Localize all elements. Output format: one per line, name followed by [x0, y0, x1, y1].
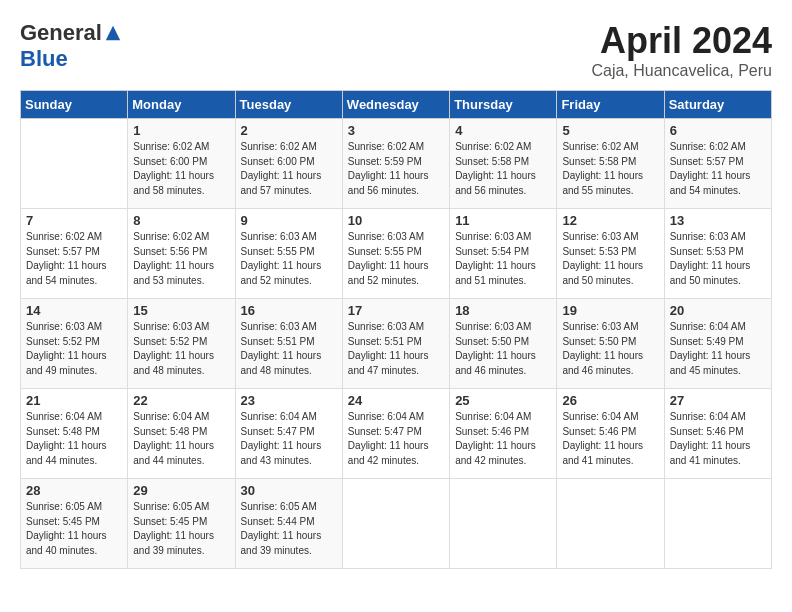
day-info: Sunrise: 6:04 AMSunset: 5:46 PMDaylight:…	[562, 410, 658, 468]
day-info: Sunrise: 6:02 AMSunset: 6:00 PMDaylight:…	[241, 140, 337, 198]
sunset-text: Sunset: 5:53 PM	[562, 246, 636, 257]
location-text: Caja, Huancavelica, Peru	[591, 62, 772, 80]
day-info: Sunrise: 6:03 AMSunset: 5:50 PMDaylight:…	[562, 320, 658, 378]
calendar-cell: 6Sunrise: 6:02 AMSunset: 5:57 PMDaylight…	[664, 119, 771, 209]
daylight-text: Daylight: 11 hours and 41 minutes.	[670, 440, 751, 466]
daylight-text: Daylight: 11 hours and 50 minutes.	[670, 260, 751, 286]
calendar-cell: 14Sunrise: 6:03 AMSunset: 5:52 PMDayligh…	[21, 299, 128, 389]
sunset-text: Sunset: 6:00 PM	[133, 156, 207, 167]
calendar-cell: 9Sunrise: 6:03 AMSunset: 5:55 PMDaylight…	[235, 209, 342, 299]
sunset-text: Sunset: 5:53 PM	[670, 246, 744, 257]
sunset-text: Sunset: 5:46 PM	[670, 426, 744, 437]
day-info: Sunrise: 6:04 AMSunset: 5:48 PMDaylight:…	[133, 410, 229, 468]
day-number: 6	[670, 123, 766, 138]
day-info: Sunrise: 6:03 AMSunset: 5:51 PMDaylight:…	[348, 320, 444, 378]
calendar-cell	[342, 479, 449, 569]
daylight-text: Daylight: 11 hours and 51 minutes.	[455, 260, 536, 286]
calendar-cell: 15Sunrise: 6:03 AMSunset: 5:52 PMDayligh…	[128, 299, 235, 389]
day-number: 28	[26, 483, 122, 498]
daylight-text: Daylight: 11 hours and 44 minutes.	[26, 440, 107, 466]
calendar-cell: 5Sunrise: 6:02 AMSunset: 5:58 PMDaylight…	[557, 119, 664, 209]
sunrise-text: Sunrise: 6:04 AM	[348, 411, 424, 422]
daylight-text: Daylight: 11 hours and 42 minutes.	[348, 440, 429, 466]
sunset-text: Sunset: 5:58 PM	[562, 156, 636, 167]
sunset-text: Sunset: 5:44 PM	[241, 516, 315, 527]
sunrise-text: Sunrise: 6:02 AM	[455, 141, 531, 152]
day-number: 26	[562, 393, 658, 408]
page-header: General Blue April 2024 Caja, Huancaveli…	[20, 20, 772, 80]
calendar-cell: 3Sunrise: 6:02 AMSunset: 5:59 PMDaylight…	[342, 119, 449, 209]
sunrise-text: Sunrise: 6:05 AM	[133, 501, 209, 512]
calendar-cell: 19Sunrise: 6:03 AMSunset: 5:50 PMDayligh…	[557, 299, 664, 389]
daylight-text: Daylight: 11 hours and 47 minutes.	[348, 350, 429, 376]
sunset-text: Sunset: 5:50 PM	[562, 336, 636, 347]
day-info: Sunrise: 6:04 AMSunset: 5:49 PMDaylight:…	[670, 320, 766, 378]
sunrise-text: Sunrise: 6:03 AM	[562, 321, 638, 332]
logo-general-text: General	[20, 20, 102, 46]
day-number: 23	[241, 393, 337, 408]
sunset-text: Sunset: 5:58 PM	[455, 156, 529, 167]
day-info: Sunrise: 6:05 AMSunset: 5:45 PMDaylight:…	[26, 500, 122, 558]
sunrise-text: Sunrise: 6:05 AM	[26, 501, 102, 512]
day-number: 16	[241, 303, 337, 318]
daylight-text: Daylight: 11 hours and 52 minutes.	[348, 260, 429, 286]
calendar-cell: 1Sunrise: 6:02 AMSunset: 6:00 PMDaylight…	[128, 119, 235, 209]
daylight-text: Daylight: 11 hours and 56 minutes.	[348, 170, 429, 196]
day-info: Sunrise: 6:02 AMSunset: 5:57 PMDaylight:…	[670, 140, 766, 198]
sunrise-text: Sunrise: 6:04 AM	[133, 411, 209, 422]
sunset-text: Sunset: 5:49 PM	[670, 336, 744, 347]
week-row-4: 21Sunrise: 6:04 AMSunset: 5:48 PMDayligh…	[21, 389, 772, 479]
header-day-wednesday: Wednesday	[342, 91, 449, 119]
sunrise-text: Sunrise: 6:04 AM	[670, 321, 746, 332]
header-day-tuesday: Tuesday	[235, 91, 342, 119]
svg-marker-0	[106, 26, 120, 40]
week-row-5: 28Sunrise: 6:05 AMSunset: 5:45 PMDayligh…	[21, 479, 772, 569]
daylight-text: Daylight: 11 hours and 53 minutes.	[133, 260, 214, 286]
calendar-cell: 11Sunrise: 6:03 AMSunset: 5:54 PMDayligh…	[450, 209, 557, 299]
daylight-text: Daylight: 11 hours and 43 minutes.	[241, 440, 322, 466]
calendar-cell: 21Sunrise: 6:04 AMSunset: 5:48 PMDayligh…	[21, 389, 128, 479]
day-number: 12	[562, 213, 658, 228]
sunrise-text: Sunrise: 6:02 AM	[670, 141, 746, 152]
sunrise-text: Sunrise: 6:03 AM	[348, 321, 424, 332]
daylight-text: Daylight: 11 hours and 48 minutes.	[241, 350, 322, 376]
day-number: 7	[26, 213, 122, 228]
sunset-text: Sunset: 5:48 PM	[26, 426, 100, 437]
sunrise-text: Sunrise: 6:04 AM	[670, 411, 746, 422]
day-number: 13	[670, 213, 766, 228]
day-info: Sunrise: 6:04 AMSunset: 5:47 PMDaylight:…	[348, 410, 444, 468]
day-number: 25	[455, 393, 551, 408]
day-number: 14	[26, 303, 122, 318]
logo-icon	[104, 24, 122, 42]
header-day-sunday: Sunday	[21, 91, 128, 119]
sunrise-text: Sunrise: 6:02 AM	[26, 231, 102, 242]
week-row-2: 7Sunrise: 6:02 AMSunset: 5:57 PMDaylight…	[21, 209, 772, 299]
sunset-text: Sunset: 5:57 PM	[26, 246, 100, 257]
daylight-text: Daylight: 11 hours and 41 minutes.	[562, 440, 643, 466]
sunrise-text: Sunrise: 6:03 AM	[26, 321, 102, 332]
day-info: Sunrise: 6:03 AMSunset: 5:51 PMDaylight:…	[241, 320, 337, 378]
calendar-cell: 24Sunrise: 6:04 AMSunset: 5:47 PMDayligh…	[342, 389, 449, 479]
daylight-text: Daylight: 11 hours and 49 minutes.	[26, 350, 107, 376]
daylight-text: Daylight: 11 hours and 42 minutes.	[455, 440, 536, 466]
day-info: Sunrise: 6:02 AMSunset: 5:56 PMDaylight:…	[133, 230, 229, 288]
sunrise-text: Sunrise: 6:03 AM	[241, 321, 317, 332]
sunset-text: Sunset: 5:46 PM	[562, 426, 636, 437]
sunrise-text: Sunrise: 6:02 AM	[133, 231, 209, 242]
sunset-text: Sunset: 6:00 PM	[241, 156, 315, 167]
daylight-text: Daylight: 11 hours and 46 minutes.	[455, 350, 536, 376]
daylight-text: Daylight: 11 hours and 52 minutes.	[241, 260, 322, 286]
day-number: 29	[133, 483, 229, 498]
header-day-monday: Monday	[128, 91, 235, 119]
sunset-text: Sunset: 5:55 PM	[348, 246, 422, 257]
sunset-text: Sunset: 5:45 PM	[26, 516, 100, 527]
sunset-text: Sunset: 5:56 PM	[133, 246, 207, 257]
day-number: 30	[241, 483, 337, 498]
daylight-text: Daylight: 11 hours and 57 minutes.	[241, 170, 322, 196]
calendar-cell: 29Sunrise: 6:05 AMSunset: 5:45 PMDayligh…	[128, 479, 235, 569]
sunrise-text: Sunrise: 6:02 AM	[562, 141, 638, 152]
day-info: Sunrise: 6:05 AMSunset: 5:44 PMDaylight:…	[241, 500, 337, 558]
calendar-cell: 7Sunrise: 6:02 AMSunset: 5:57 PMDaylight…	[21, 209, 128, 299]
day-info: Sunrise: 6:03 AMSunset: 5:52 PMDaylight:…	[26, 320, 122, 378]
calendar-body: 1Sunrise: 6:02 AMSunset: 6:00 PMDaylight…	[21, 119, 772, 569]
